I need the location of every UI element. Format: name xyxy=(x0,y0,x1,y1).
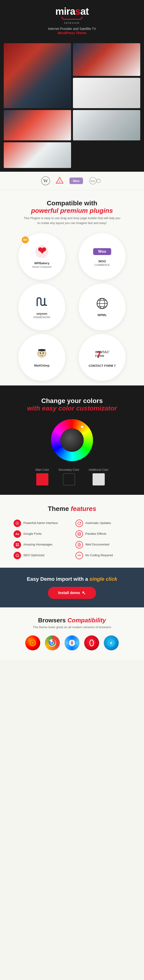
browser-icons: e xyxy=(7,635,137,651)
svg-text:CONTACT: CONTACT xyxy=(95,350,110,354)
swatch-additional-label: Additional Color xyxy=(89,468,109,471)
install-demo-button[interactable]: Install demo ↖ xyxy=(48,587,96,599)
demo-section: Easy Demo import with a single click Ins… xyxy=(0,568,144,608)
wpml-icon-wrapper xyxy=(95,296,109,312)
feature-parallax: Parallax Effects xyxy=(75,530,130,538)
plugin-card-unyson: unyson FRAMEWORK xyxy=(18,283,65,330)
install-demo-label: Install demo xyxy=(58,591,80,595)
color-section: Change your colors with easy color custo… xyxy=(0,385,144,495)
features-title: Theme features xyxy=(10,505,134,512)
feature-icon-seo xyxy=(14,552,21,559)
swatch-additional-color[interactable] xyxy=(93,473,105,485)
features-grid: Powerfull Admin Interface Automatic Upda… xyxy=(14,520,130,559)
header: mirasat telecom Internet Provider and Sa… xyxy=(0,0,144,40)
cursor-icon: ↖ xyxy=(82,590,86,596)
color-wheel-dot xyxy=(81,426,83,428)
feature-updates: Automatic Updates xyxy=(75,520,130,527)
svg-text:Woo: Woo xyxy=(98,250,106,253)
svg-rect-33 xyxy=(16,543,17,544)
browsers-section: Browsers Compatibility The theme looks g… xyxy=(0,608,144,660)
screenshot-img-4 xyxy=(4,110,71,140)
svg-text:❤: ❤ xyxy=(38,245,46,256)
screenshot-img-2 xyxy=(73,43,140,76)
cf7-icon-wrapper: 7 CONTACT FORM xyxy=(95,347,110,363)
svg-rect-36 xyxy=(18,545,19,546)
feature-homepages: Amazing Homepages xyxy=(14,541,69,549)
plugin-card-cf7: 7 CONTACT FORM CONTACT FORM 7 xyxy=(79,334,126,381)
safari-browser-icon xyxy=(64,635,80,651)
svg-rect-30 xyxy=(78,533,81,535)
feature-icon-updates xyxy=(75,520,83,527)
screenshot-img-3 xyxy=(73,78,140,108)
screenshot-5 xyxy=(73,110,140,140)
mailchimp-name: MailChimp xyxy=(34,364,50,368)
feature-text-seo: SEO Optimized xyxy=(23,552,45,557)
feature-seo: SEO Optimized xyxy=(14,552,69,559)
cf7-name: CONTACT FORM 7 xyxy=(89,364,115,368)
svg-point-46 xyxy=(51,642,54,644)
logo-wpml: WPML xyxy=(89,177,103,185)
swatch-secondary-color[interactable] xyxy=(63,473,75,485)
compatible-section: Compatible with powerful premium plugins… xyxy=(0,190,144,385)
feature-icon-documented xyxy=(75,541,83,549)
screenshot-img-1 xyxy=(4,43,71,108)
feature-icon-parallax xyxy=(75,530,83,538)
svg-text:W: W xyxy=(43,178,48,183)
feature-text-fonts: Google Fonts xyxy=(23,530,42,536)
logo-woocommerce: Woo xyxy=(69,177,83,185)
browsers-description: The theme looks great on all modern vers… xyxy=(7,625,137,629)
unyson-subname: FRAMEWORK xyxy=(34,316,51,319)
plugin-card-woocommerce: Woo WOO COMMERCE xyxy=(79,233,126,280)
svg-point-8 xyxy=(96,179,100,183)
plugin-card-mailchimp: MailChimp xyxy=(18,334,65,381)
swatch-main-color[interactable] xyxy=(36,473,48,485)
ie-browser-icon: e xyxy=(104,635,119,651)
compatible-title: Compatible with powerful premium plugins xyxy=(7,199,137,215)
plugins-grid: $64 ❤ WPBakery Visual Composer Woo WOO C… xyxy=(14,233,130,381)
feature-icon-fonts: Aa xyxy=(14,530,21,538)
plugin-logos-row: W V Woo WPML xyxy=(0,172,144,190)
feature-icon-admin xyxy=(14,520,21,527)
features-title-em: features xyxy=(71,505,96,512)
header-subtitle2: WordPress Theme xyxy=(5,31,139,35)
wpbakery-icon-wrapper: ❤ xyxy=(35,245,49,259)
unyson-name: unyson xyxy=(37,312,47,316)
color-wheel xyxy=(51,419,93,461)
svg-point-39 xyxy=(16,554,18,557)
swatch-main: Main Color xyxy=(35,468,49,485)
feature-icon-nocoding: </> xyxy=(75,552,83,559)
feature-text-documented: Well Documented xyxy=(85,541,109,547)
logo-area: mirasat telecom xyxy=(5,6,139,24)
svg-line-40 xyxy=(18,556,19,557)
feature-text-updates: Automatic Updates xyxy=(85,520,111,525)
firefox-browser-icon xyxy=(25,635,40,651)
color-section-subtitle: with easy color customizator xyxy=(27,405,117,412)
color-section-title: Change your colors with easy color custo… xyxy=(7,397,137,412)
svg-point-43 xyxy=(31,641,34,644)
feature-text-nocoding: No Coding Required xyxy=(85,552,113,557)
features-section: Theme features Powerfull Admin Interface… xyxy=(0,495,144,568)
svg-text:V: V xyxy=(59,180,61,183)
screenshot-4 xyxy=(4,110,71,140)
swatch-additional: Additional Color xyxy=(89,468,109,485)
demo-title: Easy Demo import with a single click xyxy=(7,576,137,582)
svg-point-23 xyxy=(43,353,44,353)
opera-browser-icon xyxy=(84,635,99,651)
plugin-card-wpbakery: $64 ❤ WPBakery Visual Composer xyxy=(18,233,65,280)
svg-point-21 xyxy=(43,352,44,354)
woocommerce-name: WOO xyxy=(98,259,106,264)
wpbakery-subname: Visual Composer xyxy=(32,266,52,268)
screenshot-img-5 xyxy=(73,110,140,140)
logo-separator xyxy=(61,17,83,20)
svg-rect-35 xyxy=(16,545,17,546)
swatch-secondary-label: Secondary Color xyxy=(58,468,79,471)
compatible-description: This Plugins is easy to use drag and dro… xyxy=(23,216,121,226)
feature-text-homepages: Amazing Homepages xyxy=(23,541,52,547)
screenshot-img-6 xyxy=(4,142,71,168)
woocommerce-icon-wrapper: Woo xyxy=(93,247,112,258)
logo-visualcomposer: V xyxy=(56,177,64,185)
feature-icon-homepages xyxy=(14,541,21,549)
feature-fonts: Aa Google Fonts xyxy=(14,530,69,538)
swatch-main-label: Main Color xyxy=(35,468,49,471)
screenshot-2 xyxy=(73,43,140,76)
